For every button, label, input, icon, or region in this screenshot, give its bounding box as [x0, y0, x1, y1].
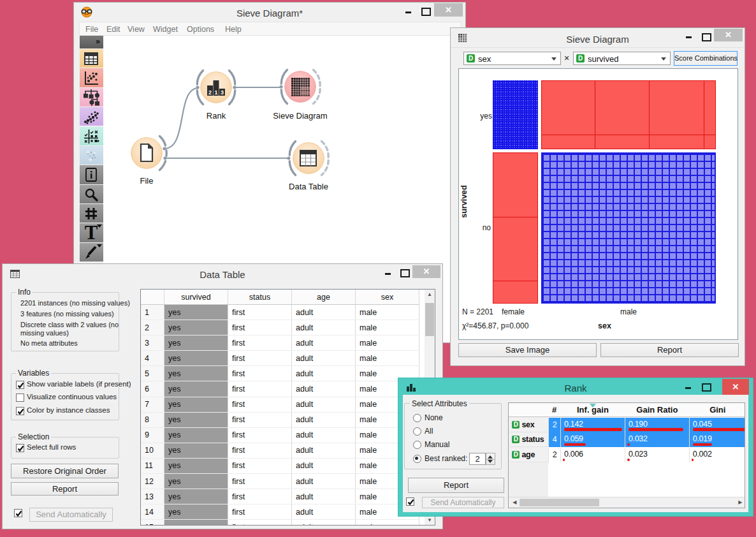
svg-text:1: 1 — [214, 89, 217, 96]
svg-text:2: 2 — [208, 89, 212, 96]
svg-text:File: File — [140, 176, 154, 186]
svg-text:Data Table: Data Table — [289, 182, 328, 191]
svg-text:3: 3 — [221, 89, 224, 96]
svg-text:Rank: Rank — [207, 111, 226, 121]
svg-text:Sieve Diagram: Sieve Diagram — [273, 111, 327, 121]
